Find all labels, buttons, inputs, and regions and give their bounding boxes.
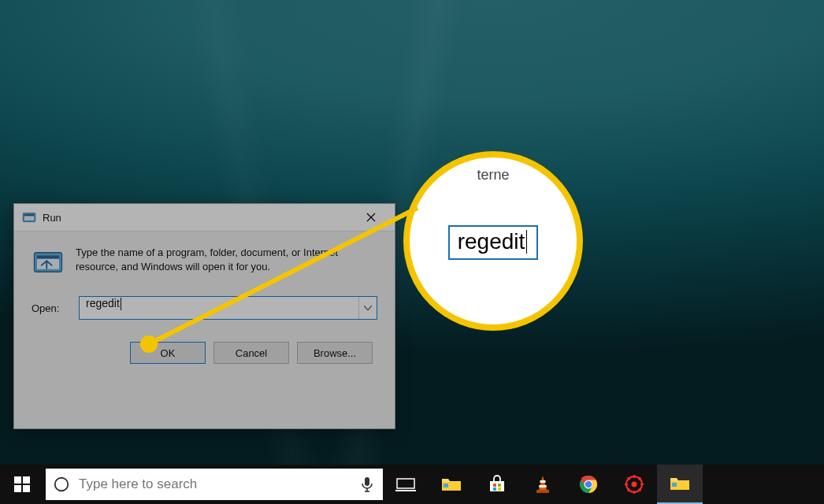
svg-rect-10 <box>23 485 30 492</box>
svg-rect-19 <box>498 484 501 487</box>
chrome-icon <box>579 475 598 494</box>
taskbar <box>0 465 824 504</box>
run-hint-text: Type the name of a program, folder, docu… <box>76 246 377 273</box>
browse-button[interactable]: Browse... <box>297 342 373 364</box>
taskbar-search[interactable] <box>46 469 383 500</box>
callout-caret <box>526 230 527 254</box>
mic-icon[interactable] <box>351 476 383 492</box>
microsoft-store-button[interactable] <box>474 465 520 504</box>
search-input[interactable] <box>77 476 351 493</box>
run-hint-icon <box>32 246 65 279</box>
open-label: Open: <box>32 302 68 314</box>
radeon-button[interactable] <box>611 465 657 504</box>
file-explorer-active-button[interactable] <box>657 465 703 504</box>
svg-rect-24 <box>536 490 549 493</box>
cortana-icon[interactable] <box>46 476 77 493</box>
callout-input-zoom: regedit <box>448 225 539 260</box>
svg-point-37 <box>632 482 637 487</box>
windows-icon <box>14 476 30 492</box>
vlc-button[interactable] <box>520 465 566 504</box>
run-title: Run <box>43 212 355 224</box>
svg-rect-38 <box>672 483 677 487</box>
open-input-value: regedit <box>86 297 120 309</box>
start-button[interactable] <box>0 465 44 504</box>
svg-rect-23 <box>539 485 546 487</box>
run-dialog: Run Type the name of a program, folder, <box>13 203 395 429</box>
svg-rect-21 <box>498 487 501 491</box>
folder-icon <box>441 476 462 493</box>
dropdown-button[interactable] <box>358 297 377 319</box>
svg-rect-18 <box>493 484 496 487</box>
text-caret <box>121 298 121 310</box>
file-explorer-button[interactable] <box>429 465 474 504</box>
store-icon <box>488 475 507 494</box>
chrome-button[interactable] <box>566 465 611 504</box>
run-icon <box>22 210 36 224</box>
folder-icon <box>670 475 690 492</box>
ok-button[interactable]: OK <box>130 342 206 364</box>
magnifier-callout: terne regedit <box>408 156 578 326</box>
callout-input-value: regedit <box>458 231 525 253</box>
svg-rect-22 <box>540 480 546 483</box>
open-combobox[interactable]: regedit <box>79 296 377 320</box>
svg-rect-12 <box>365 477 369 486</box>
taskview-button[interactable] <box>383 465 429 504</box>
svg-rect-7 <box>14 476 21 484</box>
cancel-button[interactable]: Cancel <box>213 342 289 364</box>
svg-rect-20 <box>493 487 496 491</box>
vlc-icon <box>534 475 551 494</box>
svg-rect-2 <box>24 214 34 216</box>
svg-rect-5 <box>37 255 59 258</box>
svg-rect-9 <box>14 485 21 492</box>
open-input[interactable]: regedit <box>80 297 358 319</box>
svg-point-11 <box>55 478 69 491</box>
svg-rect-17 <box>444 484 448 487</box>
callout-fragment-text: terne <box>408 167 578 183</box>
close-button[interactable] <box>355 207 387 228</box>
gear-icon <box>625 475 644 494</box>
svg-rect-16 <box>395 490 416 491</box>
svg-rect-8 <box>23 476 30 484</box>
run-titlebar[interactable]: Run <box>14 204 395 232</box>
svg-point-27 <box>585 481 592 488</box>
svg-rect-15 <box>397 479 414 488</box>
task-view-icon <box>395 476 416 492</box>
